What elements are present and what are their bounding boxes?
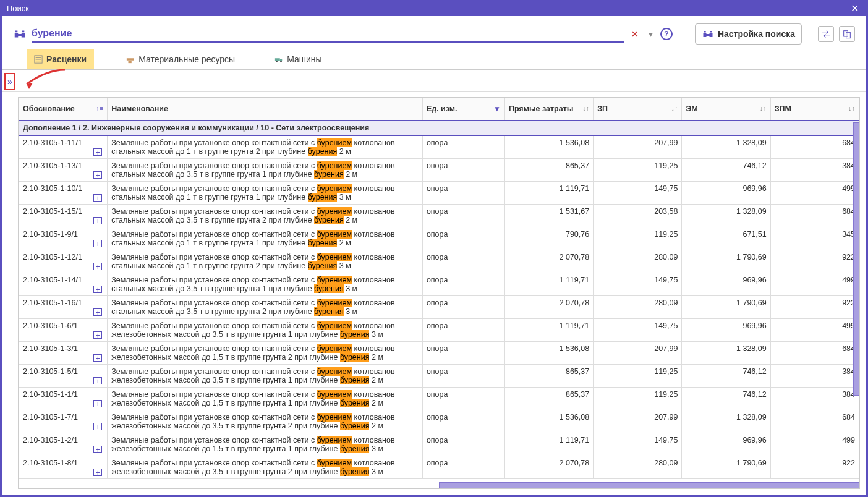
table-row[interactable]: 2.10-3105-1-13/1+Земляные работы при уст… [19, 158, 859, 181]
transfer-button[interactable] [818, 26, 834, 42]
table-row[interactable]: 2.10-3105-1-6/1+Земляные работы при уста… [19, 318, 859, 341]
name-cell: Земляные работы при установке опор конта… [108, 456, 423, 478]
expand-icon[interactable]: + [93, 354, 102, 362]
expand-icon[interactable]: + [93, 446, 102, 453]
tab-machines[interactable]: Машины [267, 49, 329, 69]
sort-icon[interactable]: ↓↑ [848, 104, 855, 112]
code-cell: 2.10-3105-1-2/1+ [19, 433, 108, 456]
search-input[interactable] [32, 25, 624, 43]
zpm-cell: 684 [770, 135, 859, 159]
table-row[interactable]: 2.10-3105-1-15/1+Земляные работы при уст… [19, 204, 859, 227]
direct-cell: 1 536,08 [504, 410, 593, 433]
expand-icon[interactable]: + [93, 263, 102, 270]
clear-search-icon[interactable]: ✕ [629, 29, 641, 39]
tab-rates[interactable]: Расценки [27, 49, 94, 69]
zpm-cell: 684 [770, 341, 859, 364]
highlight: бурения [314, 307, 344, 316]
table-row[interactable]: 2.10-3105-1-8/1+Земляные работы при уста… [19, 456, 859, 478]
unit-cell: опора [422, 433, 504, 456]
table-row[interactable]: 2.10-3105-1-16/1+Земляные работы при уст… [19, 295, 859, 318]
code-cell: 2.10-3105-1-9/1+ [19, 227, 108, 250]
horizontal-scrollbar[interactable] [439, 482, 859, 488]
unit-cell: опора [422, 295, 504, 318]
expand-icon[interactable]: + [93, 240, 102, 247]
table-row[interactable]: 2.10-3105-1-14/1+Земляные работы при уст… [19, 273, 859, 295]
vertical-scrollbar[interactable] [853, 122, 859, 396]
expand-icon[interactable]: + [93, 308, 102, 316]
expand-icon[interactable]: + [93, 286, 102, 293]
bricks-icon [126, 55, 135, 64]
sort-icon[interactable]: ↓↑ [671, 104, 678, 112]
expand-icon[interactable]: + [93, 469, 102, 476]
table-row[interactable]: 2.10-3105-1-1/1+Земляные работы при уста… [19, 387, 859, 410]
highlight: бурением [317, 367, 352, 376]
highlight: бурения [308, 239, 338, 247]
col-code[interactable]: Обоснование↑≡ [19, 98, 108, 121]
help-icon[interactable]: ? [660, 28, 673, 40]
name-cell: Земляные работы при установке опор конта… [108, 410, 423, 433]
svg-rect-5 [129, 61, 132, 64]
name-cell: Земляные работы при установке опор конта… [108, 273, 423, 295]
col-zp[interactable]: ЗП↓↑ [594, 98, 682, 121]
col-unit[interactable]: Ед. изм.▼ [422, 98, 504, 121]
tab-materials[interactable]: Материальные ресурсы [119, 49, 242, 69]
sort-icon[interactable]: ↓↑ [582, 104, 589, 112]
search-dropdown-icon[interactable]: ▾ [646, 29, 655, 39]
svg-rect-4 [130, 58, 134, 61]
em-cell: 1 790,69 [682, 250, 770, 273]
expand-icon[interactable]: + [93, 400, 102, 407]
expand-icon[interactable]: + [93, 148, 102, 156]
table-row[interactable]: 2.10-3105-1-3/1+Земляные работы при уста… [19, 341, 859, 364]
table-row[interactable]: 2.10-3105-1-9/1+Земляные работы при уста… [19, 227, 859, 250]
table-row[interactable]: 2.10-3105-1-7/1+Земляные работы при уста… [19, 410, 859, 433]
expand-icon[interactable]: + [93, 217, 102, 224]
section-row[interactable]: Дополнение 1 / 2. Инженерные сооружения … [19, 121, 859, 135]
table-row[interactable]: 2.10-3105-1-5/1+Земляные работы при уста… [19, 364, 859, 387]
table-row[interactable]: 2.10-3105-1-11/1+Земляные работы при уст… [19, 135, 859, 159]
em-cell: 1 790,69 [682, 295, 770, 318]
search-settings-button[interactable]: Настройка поиска [695, 23, 802, 45]
results-grid[interactable]: Обоснование↑≡ Наименование Ед. изм.▼ Пря… [18, 97, 860, 489]
table-row[interactable]: 2.10-3105-1-10/1+Земляные работы при уст… [19, 181, 859, 204]
em-cell: 1 328,09 [682, 135, 770, 159]
table-row[interactable]: 2.10-3105-1-12/1+Земляные работы при уст… [19, 250, 859, 273]
direct-cell: 1 119,71 [504, 273, 593, 295]
expand-icon[interactable]: + [93, 331, 102, 339]
col-direct[interactable]: Прямые затраты↓↑ [504, 98, 593, 121]
zpm-cell: 499 [770, 273, 859, 295]
close-icon[interactable]: ✕ [848, 2, 861, 14]
em-cell: 969,96 [682, 318, 770, 341]
code-cell: 2.10-3105-1-11/1+ [19, 135, 108, 159]
svg-rect-0 [844, 31, 848, 36]
zpm-cell: 922 [770, 295, 859, 318]
expand-icon[interactable]: + [93, 423, 102, 430]
em-cell: 671,51 [682, 227, 770, 250]
zp-cell: 119,25 [594, 387, 682, 410]
code-cell: 2.10-3105-1-8/1+ [19, 456, 108, 478]
duplicate-button[interactable] [839, 26, 855, 42]
tab-label: Расценки [46, 54, 87, 64]
highlight: бурения [340, 467, 370, 476]
col-name[interactable]: Наименование [108, 98, 423, 121]
svg-rect-3 [127, 58, 130, 61]
sort-icon[interactable]: ↓↑ [760, 104, 767, 112]
expand-icon[interactable]: + [93, 194, 102, 202]
code-cell: 2.10-3105-1-10/1+ [19, 181, 108, 204]
em-cell: 746,12 [682, 387, 770, 410]
expand-panel-button[interactable]: » [4, 73, 15, 90]
table-row[interactable]: 2.10-3105-1-2/1+Земляные работы при уста… [19, 433, 859, 456]
expand-icon[interactable]: + [93, 171, 102, 179]
expand-icon[interactable]: + [93, 377, 102, 384]
col-em[interactable]: ЭМ↓↑ [682, 98, 770, 121]
highlight: бурением [317, 207, 352, 216]
sort-icon[interactable]: ↑≡ [96, 104, 103, 112]
unit-cell: опора [422, 204, 504, 227]
zpm-cell: 684 [770, 410, 859, 433]
zp-cell: 207,99 [594, 410, 682, 433]
name-cell: Земляные работы при установке опор конта… [108, 135, 423, 159]
highlight: бурением [317, 321, 352, 330]
name-cell: Земляные работы при установке опор конта… [108, 295, 423, 318]
filter-icon[interactable]: ▼ [493, 104, 501, 113]
col-zpm[interactable]: ЗПМ↓↑ [770, 98, 859, 121]
highlight: бурением [317, 161, 352, 170]
